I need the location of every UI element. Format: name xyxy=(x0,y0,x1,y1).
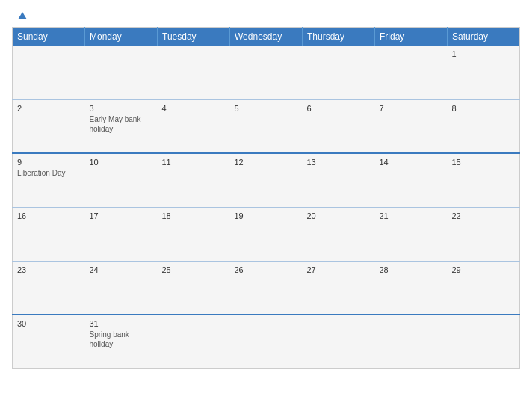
day-number: 6 xyxy=(307,104,371,113)
holiday-label: Early May bank holiday xyxy=(90,114,153,134)
day-number: 2 xyxy=(17,104,81,113)
calendar-header-row: SundayMondayTuesdayWednesdayThursdayFrid… xyxy=(13,28,520,46)
day-number: 29 xyxy=(452,265,516,274)
day-number: 30 xyxy=(17,319,81,328)
calendar-day-cell xyxy=(303,46,375,99)
calendar-day-cell: 12 xyxy=(230,153,303,207)
calendar-header xyxy=(12,12,520,19)
calendar-week-row: 23Early May bank holiday45678 xyxy=(13,99,520,153)
logo-blue-text xyxy=(15,12,27,19)
weekday-header: Tuesday xyxy=(158,28,230,46)
calendar-day-cell: 10 xyxy=(85,153,158,207)
calendar-day-cell xyxy=(230,315,303,368)
calendar-day-cell xyxy=(303,315,375,368)
calendar-day-cell: 9Liberation Day xyxy=(13,153,85,207)
day-number: 18 xyxy=(162,211,226,220)
calendar-week-row: 23242526272829 xyxy=(13,261,520,315)
calendar-day-cell: 13 xyxy=(303,153,375,207)
day-number: 13 xyxy=(307,158,371,167)
day-number: 20 xyxy=(307,211,371,220)
calendar-day-cell: 15 xyxy=(448,153,520,207)
calendar-day-cell xyxy=(158,46,230,99)
day-number: 28 xyxy=(380,265,443,274)
calendar-day-cell: 7 xyxy=(375,99,448,153)
calendar-day-cell: 2 xyxy=(13,99,85,153)
day-number: 10 xyxy=(90,158,153,167)
calendar-day-cell: 14 xyxy=(375,153,448,207)
day-number: 22 xyxy=(452,211,516,220)
day-number: 14 xyxy=(380,158,443,167)
weekday-header: Friday xyxy=(375,28,448,46)
calendar-day-cell: 6 xyxy=(303,99,375,153)
weekday-header: Wednesday xyxy=(230,28,303,46)
day-number: 7 xyxy=(380,104,443,113)
calendar-body: 123Early May bank holiday456789Liberatio… xyxy=(13,46,520,368)
day-number: 4 xyxy=(162,104,226,113)
day-number: 16 xyxy=(17,211,81,220)
weekday-header: Sunday xyxy=(13,28,85,46)
day-number: 17 xyxy=(90,211,153,220)
day-number: 12 xyxy=(235,158,298,167)
calendar-day-cell: 24 xyxy=(85,261,158,315)
day-number: 21 xyxy=(380,211,443,220)
calendar-day-cell: 4 xyxy=(158,99,230,153)
calendar-day-cell: 18 xyxy=(158,207,230,261)
calendar-day-cell xyxy=(13,46,85,99)
day-number: 11 xyxy=(162,158,226,167)
day-number: 25 xyxy=(162,265,226,274)
logo xyxy=(15,12,27,19)
calendar-day-cell: 21 xyxy=(375,207,448,261)
calendar-day-cell: 3Early May bank holiday xyxy=(85,99,158,153)
calendar-table: SundayMondayTuesdayWednesdayThursdayFrid… xyxy=(12,27,520,369)
calendar-day-cell: 17 xyxy=(85,207,158,261)
calendar-day-cell: 16 xyxy=(13,207,85,261)
calendar-week-row: 9Liberation Day101112131415 xyxy=(13,153,520,207)
calendar-day-cell: 8 xyxy=(448,99,520,153)
weekday-header: Monday xyxy=(85,28,158,46)
calendar-day-cell: 30 xyxy=(13,315,85,368)
calendar-day-cell xyxy=(158,315,230,368)
calendar-day-cell xyxy=(85,46,158,99)
weekday-header: Thursday xyxy=(303,28,375,46)
day-number: 1 xyxy=(452,49,516,58)
day-number: 19 xyxy=(235,211,298,220)
calendar-day-cell: 1 xyxy=(448,46,520,99)
calendar-day-cell: 5 xyxy=(230,99,303,153)
calendar-day-cell: 27 xyxy=(303,261,375,315)
calendar-week-row: 16171819202122 xyxy=(13,207,520,261)
calendar-day-cell xyxy=(230,46,303,99)
day-number: 27 xyxy=(307,265,371,274)
calendar-day-cell xyxy=(448,315,520,368)
day-number: 3 xyxy=(90,104,153,113)
logo-triangle-icon xyxy=(18,12,27,19)
day-number: 23 xyxy=(17,265,81,274)
calendar-day-cell xyxy=(375,46,448,99)
calendar-week-row: 3031Spring bank holiday xyxy=(13,315,520,368)
day-number: 5 xyxy=(235,104,298,113)
holiday-label: Spring bank holiday xyxy=(90,330,153,349)
calendar-day-cell: 19 xyxy=(230,207,303,261)
day-number: 24 xyxy=(90,265,153,274)
day-number: 9 xyxy=(17,158,81,167)
day-number: 31 xyxy=(90,319,153,328)
calendar-day-cell: 11 xyxy=(158,153,230,207)
calendar-day-cell: 26 xyxy=(230,261,303,315)
calendar-day-cell: 20 xyxy=(303,207,375,261)
calendar-day-cell: 31Spring bank holiday xyxy=(85,315,158,368)
calendar-day-cell: 22 xyxy=(448,207,520,261)
calendar-day-cell: 28 xyxy=(375,261,448,315)
day-number: 15 xyxy=(452,158,516,167)
calendar-week-row: 1 xyxy=(13,46,520,99)
calendar-day-cell: 23 xyxy=(13,261,85,315)
holiday-label: Liberation Day xyxy=(17,168,81,178)
day-number: 8 xyxy=(452,104,516,113)
weekday-header: Saturday xyxy=(448,28,520,46)
day-number: 26 xyxy=(235,265,298,274)
calendar-day-cell: 25 xyxy=(158,261,230,315)
calendar-day-cell: 29 xyxy=(448,261,520,315)
calendar-day-cell xyxy=(375,315,448,368)
